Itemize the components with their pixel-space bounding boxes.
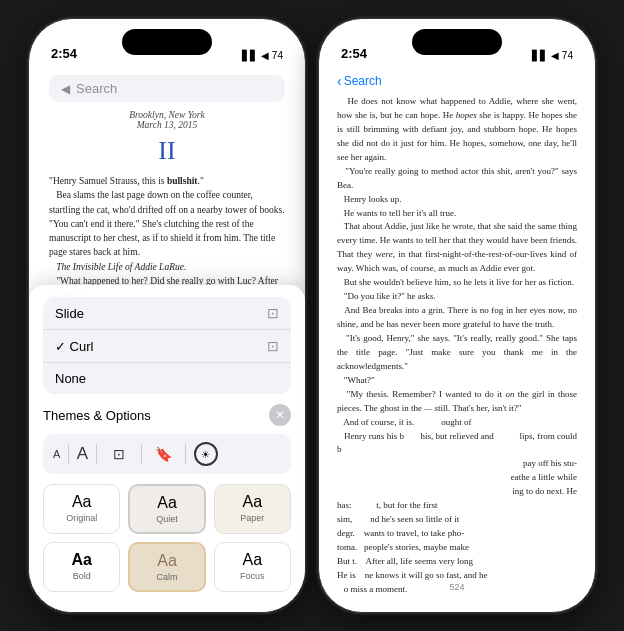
none-label: None bbox=[55, 371, 86, 386]
theme-focus-aa: Aa bbox=[243, 551, 263, 569]
search-bar-left[interactable]: ◀ Search bbox=[49, 75, 285, 102]
right-phone: 2:54 ▋▋ ◀ 74 ‹ Search He does not know w… bbox=[318, 18, 596, 613]
book-content-right: ‹ Search He does not know what happened … bbox=[319, 67, 595, 612]
close-button[interactable]: ✕ bbox=[269, 404, 291, 426]
page-number: 524 bbox=[319, 582, 595, 592]
separator-3 bbox=[141, 444, 142, 464]
theme-paper[interactable]: Aa Paper bbox=[214, 484, 291, 534]
theme-original-label: Original bbox=[66, 513, 97, 523]
theme-paper-aa: Aa bbox=[243, 493, 263, 511]
theme-calm-label: Calm bbox=[156, 572, 177, 582]
font-style-btn[interactable]: ⊡ bbox=[105, 440, 133, 468]
themes-grid: Aa Original Aa Quiet Aa Paper Aa Bold Aa bbox=[43, 484, 291, 592]
theme-paper-label: Paper bbox=[240, 513, 264, 523]
theme-quiet-label: Quiet bbox=[156, 514, 178, 524]
search-icon: ◀ bbox=[61, 82, 70, 96]
slide-option[interactable]: Slide ⊡ bbox=[43, 297, 291, 330]
curl-option[interactable]: ✓ Curl ⊡ bbox=[43, 330, 291, 363]
separator-4 bbox=[185, 444, 186, 464]
theme-quiet-aa: Aa bbox=[157, 494, 177, 512]
theme-bold-label: Bold bbox=[73, 571, 91, 581]
time-left: 2:54 bbox=[51, 46, 77, 61]
font-large-btn[interactable]: A bbox=[77, 444, 88, 464]
theme-focus-label: Focus bbox=[240, 571, 265, 581]
overlay-panel: Slide ⊡ ✓ Curl ⊡ None Themes & Options ✕… bbox=[29, 285, 305, 612]
theme-bold-aa: Aa bbox=[71, 551, 91, 569]
book-body-right: He does not know what happened to Addie,… bbox=[337, 95, 577, 597]
separator-2 bbox=[96, 444, 97, 464]
theme-original-aa: Aa bbox=[72, 493, 92, 511]
theme-calm-aa: Aa bbox=[157, 552, 177, 570]
theme-focus[interactable]: Aa Focus bbox=[214, 542, 291, 592]
brightness-btn[interactable]: ☀ bbox=[194, 442, 218, 466]
status-icons-right: ▋▋ ◀ 74 bbox=[532, 50, 573, 61]
bookmark-btn[interactable]: 🔖 bbox=[149, 440, 177, 468]
none-option[interactable]: None bbox=[43, 363, 291, 394]
theme-quiet[interactable]: Aa Quiet bbox=[128, 484, 205, 534]
search-bar-right[interactable]: ‹ Search bbox=[337, 73, 577, 89]
slide-label: Slide bbox=[55, 306, 84, 321]
curl-icon: ⊡ bbox=[267, 338, 279, 354]
theme-original[interactable]: Aa Original bbox=[43, 484, 120, 534]
curl-check: ✓ Curl bbox=[55, 339, 93, 354]
time-right: 2:54 bbox=[341, 46, 367, 61]
search-label-right: Search bbox=[344, 74, 382, 88]
themes-title: Themes & Options bbox=[43, 408, 151, 423]
dynamic-island-right bbox=[412, 29, 502, 55]
themes-header: Themes & Options ✕ bbox=[43, 404, 291, 426]
theme-calm[interactable]: Aa Calm bbox=[128, 542, 205, 592]
dynamic-island bbox=[122, 29, 212, 55]
chapter-number: II bbox=[49, 136, 285, 166]
font-small-btn[interactable]: A bbox=[53, 448, 60, 460]
left-phone: 2:54 ▋▋ ◀ 74 ◀ Search Brooklyn, New York… bbox=[28, 18, 306, 613]
separator-1 bbox=[68, 444, 69, 464]
book-location: Brooklyn, New YorkMarch 13, 2015 bbox=[49, 110, 285, 130]
theme-bold[interactable]: Aa Bold bbox=[43, 542, 120, 592]
transition-menu: Slide ⊡ ✓ Curl ⊡ None bbox=[43, 297, 291, 394]
search-label-left: Search bbox=[76, 81, 117, 96]
font-controls-row: A A ⊡ 🔖 ☀ bbox=[43, 434, 291, 474]
status-icons-left: ▋▋ ◀ 74 bbox=[242, 50, 283, 61]
back-icon: ‹ bbox=[337, 73, 342, 89]
slide-icon: ⊡ bbox=[267, 305, 279, 321]
